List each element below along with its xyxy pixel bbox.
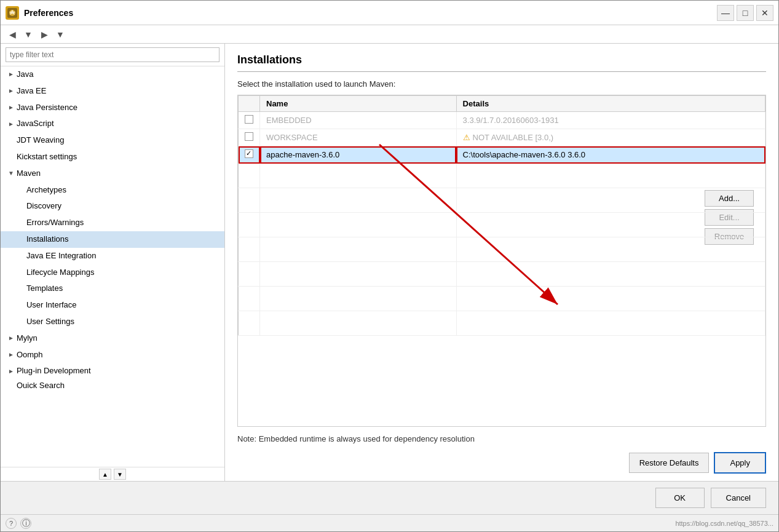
scroll-controls: ▲ ▼ [1, 467, 224, 481]
expand-arrow: ► [8, 119, 14, 129]
table-row-empty [239, 188, 765, 213]
right-panel: Installations Select the installation us… [225, 44, 778, 481]
sidebar-item-label: Java [17, 68, 33, 81]
sidebar-item-lifecycle-mappings[interactable]: ► Lifecycle Mappings [1, 264, 224, 281]
window-controls: — □ ✕ [717, 5, 773, 21]
sidebar-item-templates[interactable]: ► Templates [1, 280, 224, 297]
sidebar-item-mylyn[interactable]: ► Mylyn [1, 330, 224, 347]
expand-arrow: ► [8, 69, 14, 79]
bottom-buttons: Restore Defaults Apply [237, 452, 766, 474]
apply-button[interactable]: Apply [714, 452, 766, 474]
table-row-empty [239, 237, 765, 262]
left-panel: ► Java ► Java EE ► Java Persistence ► Ja… [1, 44, 225, 481]
col-checkbox [239, 96, 260, 112]
row-name: EMBEDDED [260, 112, 457, 129]
url-text: https://blog.csdn.net/qq_38573... [675, 520, 773, 527]
ok-button[interactable]: OK [655, 488, 705, 508]
sidebar-item-label: Oomph [17, 349, 43, 362]
sidebar-item-label: Java Persistence [17, 101, 77, 114]
back-button[interactable]: ◀ [6, 28, 19, 41]
expand-arrow: ► [8, 367, 14, 376]
restore-defaults-button[interactable]: Restore Defaults [629, 453, 710, 473]
sidebar-item-errors-warnings[interactable]: ► Errors/Warnings [1, 215, 224, 231]
table-row-empty [239, 311, 765, 336]
expand-arrow: ► [8, 86, 14, 96]
table-row[interactable]: EMBEDDED 3.3.9/1.7.0.20160603-1931 [239, 112, 765, 129]
sidebar-item-plug-in-development[interactable]: ► Plug-in Development [1, 363, 224, 379]
minimize-button[interactable]: — [717, 5, 734, 21]
sidebar-item-label: Java EE [17, 85, 46, 98]
table-row[interactable]: WORKSPACE ⚠NOT AVAILABLE [3.0,) [239, 129, 765, 146]
sidebar-item-label: Errors/Warnings [26, 216, 84, 229]
dialog-footer: OK Cancel [1, 481, 778, 514]
expand-arrow: ► [8, 103, 14, 113]
row-name: WORKSPACE [260, 129, 457, 146]
main-content: ► Java ► Java EE ► Java Persistence ► Ja… [1, 44, 778, 481]
sidebar-item-label: Lifecycle Mappings [26, 266, 95, 279]
preferences-window: Preferences — □ ✕ ◀ ▼ ▶ ▼ ► Java [0, 0, 779, 532]
sidebar-item-quick-search[interactable]: ► Quick Search [1, 379, 224, 392]
filter-input[interactable] [6, 47, 219, 62]
row-checkbox-cell[interactable] [239, 112, 260, 129]
sidebar-item-javascript[interactable]: ► JavaScript [1, 116, 224, 132]
sidebar-item-java-ee-integration[interactable]: ► Java EE Integration [1, 248, 224, 264]
sidebar-item-discovery[interactable]: ► Discovery [1, 198, 224, 215]
title-bar: Preferences — □ ✕ [1, 1, 778, 25]
info-icon[interactable]: ⓘ [20, 518, 31, 529]
sidebar-item-label: Kickstart settings [17, 151, 77, 164]
row-checkbox-cell[interactable] [239, 129, 260, 146]
sidebar-item-label: Quick Search [17, 379, 65, 392]
panel-title: Installations [237, 54, 766, 72]
row-details: 3.3.9/1.7.0.20160603-1931 [456, 112, 765, 129]
cancel-button[interactable]: Cancel [711, 488, 766, 508]
scroll-up-button[interactable]: ▲ [99, 469, 111, 480]
sidebar-item-java-persistence[interactable]: ► Java Persistence [1, 100, 224, 116]
sidebar-item-user-interface[interactable]: ► User Interface [1, 297, 224, 314]
sidebar-item-label: Installations [26, 233, 69, 246]
row-checkbox[interactable] [245, 132, 253, 141]
table-row-empty [239, 262, 765, 287]
row-details: C:\tools\apache-maven-3.6.0 3.6.0 [456, 146, 765, 164]
forward-button[interactable]: ▶ [38, 28, 51, 41]
sidebar-item-maven[interactable]: ▼ Maven [1, 165, 224, 182]
toolbar: ◀ ▼ ▶ ▼ [1, 25, 778, 44]
sidebar-item-kickstart-settings[interactable]: ► Kickstart settings [1, 149, 224, 165]
expand-arrow: ► [8, 350, 14, 360]
sidebar-item-jdt-weaving[interactable]: ► JDT Weaving [1, 132, 224, 149]
panel-content: Add... Edit... Remove Name Details [237, 95, 766, 474]
installations-table-wrapper: Name Details EMBEDDED 3.3.9/1.7.0.201606… [237, 95, 766, 427]
window-title: Preferences [24, 8, 717, 18]
sidebar-item-label: Discovery [26, 200, 61, 213]
table-row[interactable]: apache-maven-3.6.0 C:\tools\apache-maven… [239, 146, 765, 164]
sidebar-item-label: Mylyn [17, 332, 38, 345]
app-icon [6, 6, 19, 20]
sidebar-item-user-settings[interactable]: ► User Settings [1, 314, 224, 330]
forward-dropdown-button[interactable]: ▼ [53, 28, 67, 41]
row-checkbox[interactable] [245, 149, 253, 158]
sidebar-item-oomph[interactable]: ► Oomph [1, 347, 224, 363]
sidebar-item-label: User Interface [26, 299, 77, 312]
row-checkbox[interactable] [245, 115, 253, 124]
help-icon[interactable]: ? [6, 518, 17, 529]
row-details: ⚠NOT AVAILABLE [3.0,) [456, 129, 765, 146]
row-name: apache-maven-3.6.0 [260, 146, 457, 164]
back-dropdown-button[interactable]: ▼ [22, 28, 35, 41]
sidebar-item-java-ee[interactable]: ► Java EE [1, 83, 224, 100]
sidebar-item-label: Plug-in Development [17, 365, 91, 378]
maximize-button[interactable]: □ [737, 5, 754, 21]
col-name: Name [260, 96, 457, 112]
tree-container[interactable]: ► Java ► Java EE ► Java Persistence ► Ja… [1, 66, 224, 467]
status-bar: ? ⓘ https://blog.csdn.net/qq_38573... [1, 514, 778, 531]
warning-icon: ⚠ [463, 133, 470, 142]
sidebar-item-java[interactable]: ► Java [1, 66, 224, 83]
close-button[interactable]: ✕ [756, 5, 773, 21]
sidebar-item-archetypes[interactable]: ► Archetypes [1, 182, 224, 199]
row-checkbox-cell[interactable] [239, 146, 260, 164]
search-box [1, 44, 224, 66]
sidebar-item-installations[interactable]: ► Installations [1, 231, 224, 248]
scroll-down-button[interactable]: ▼ [114, 469, 126, 480]
installations-table: Name Details EMBEDDED 3.3.9/1.7.0.201606… [238, 95, 765, 336]
note-text: Note: Embedded runtime is always used fo… [237, 433, 766, 445]
table-row-empty [239, 164, 765, 188]
sidebar-item-label: JDT Weaving [17, 134, 65, 147]
